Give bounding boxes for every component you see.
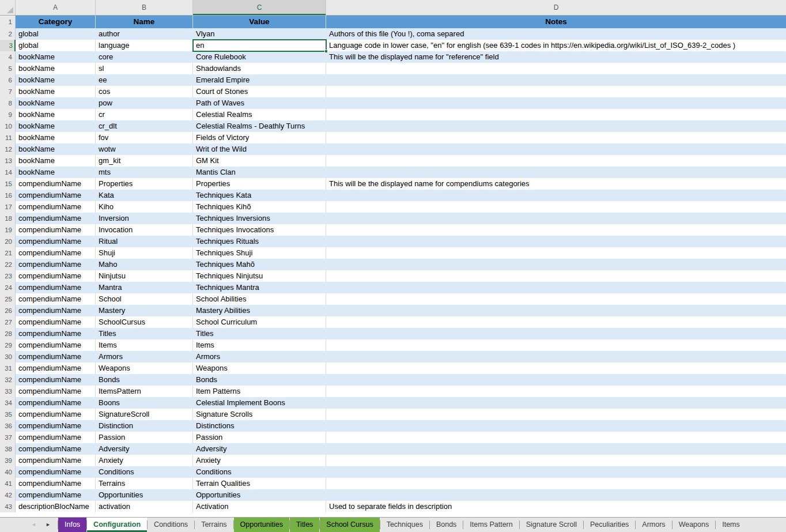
row-header-33[interactable]: 33 bbox=[0, 386, 16, 397]
row-header-9[interactable]: 9 bbox=[0, 109, 16, 120]
cell-B20[interactable]: Ritual bbox=[96, 236, 193, 247]
cell-A29[interactable]: compendiumName bbox=[16, 339, 96, 351]
cell-B18[interactable]: Inversion bbox=[96, 213, 193, 224]
cell-D14[interactable] bbox=[326, 167, 786, 178]
cell-A21[interactable]: compendiumName bbox=[16, 247, 96, 259]
cell-B31[interactable]: Weapons bbox=[96, 363, 193, 374]
cell-C25[interactable]: School Abilities bbox=[193, 293, 326, 305]
cell-C5[interactable]: Shadowlands bbox=[193, 63, 326, 74]
cell-D30[interactable] bbox=[326, 351, 786, 363]
cell-A26[interactable]: compendiumName bbox=[16, 305, 96, 316]
row-header-28[interactable]: 28 bbox=[0, 328, 16, 339]
row-header-5[interactable]: 5 bbox=[0, 63, 16, 74]
cell-D11[interactable] bbox=[326, 132, 786, 144]
cell-C29[interactable]: Items bbox=[193, 339, 326, 351]
cell-A19[interactable]: compendiumName bbox=[16, 224, 96, 236]
row-header-39[interactable]: 39 bbox=[0, 455, 16, 466]
cell-A43[interactable]: descriptionBlocName bbox=[16, 501, 96, 512]
cell-B23[interactable]: Ninjutsu bbox=[96, 270, 193, 282]
cell-B39[interactable]: Anxiety bbox=[96, 455, 193, 466]
cell-C7[interactable]: Court of Stones bbox=[193, 86, 326, 97]
row-header-2[interactable]: 2 bbox=[0, 28, 16, 40]
cell-A37[interactable]: compendiumName bbox=[16, 432, 96, 443]
row-header-36[interactable]: 36 bbox=[0, 420, 16, 432]
cell-A30[interactable]: compendiumName bbox=[16, 351, 96, 363]
cell-A41[interactable]: compendiumName bbox=[16, 478, 96, 489]
cell-D36[interactable] bbox=[326, 420, 786, 432]
cell-B15[interactable]: Properties bbox=[96, 178, 193, 190]
cell-D20[interactable] bbox=[326, 236, 786, 247]
cell-C20[interactable]: Techniques Rituals bbox=[193, 236, 326, 247]
cell-D16[interactable] bbox=[326, 190, 786, 201]
cell-A23[interactable]: compendiumName bbox=[16, 270, 96, 282]
cell-A2[interactable]: global bbox=[16, 28, 96, 40]
cell-B17[interactable]: Kiho bbox=[96, 201, 193, 213]
cell-D24[interactable] bbox=[326, 282, 786, 293]
row-header-30[interactable]: 30 bbox=[0, 351, 16, 363]
cell-C9[interactable]: Celestial Realms bbox=[193, 109, 326, 120]
cell-B24[interactable]: Mantra bbox=[96, 282, 193, 293]
cell-D6[interactable] bbox=[326, 74, 786, 86]
cell-C43[interactable]: Activation bbox=[193, 501, 326, 512]
row-header-40[interactable]: 40 bbox=[0, 466, 16, 478]
cell-C13[interactable]: GM Kit bbox=[193, 155, 326, 167]
cell-A34[interactable]: compendiumName bbox=[16, 397, 96, 409]
cell-A4[interactable]: bookName bbox=[16, 51, 96, 63]
cell-D21[interactable] bbox=[326, 247, 786, 259]
cell-C2[interactable]: Vlyan bbox=[193, 28, 326, 40]
cell-C3[interactable]: en bbox=[193, 40, 326, 51]
cell-B1[interactable]: Name bbox=[96, 16, 193, 28]
cell-C24[interactable]: Techniques Mantra bbox=[193, 282, 326, 293]
cell-D12[interactable] bbox=[326, 144, 786, 155]
column-header-C[interactable]: C bbox=[193, 0, 326, 15]
row-header-17[interactable]: 17 bbox=[0, 201, 16, 213]
cell-D33[interactable] bbox=[326, 386, 786, 397]
cell-A16[interactable]: compendiumName bbox=[16, 190, 96, 201]
cell-B7[interactable]: cos bbox=[96, 86, 193, 97]
cell-D25[interactable] bbox=[326, 293, 786, 305]
row-header-10[interactable]: 10 bbox=[0, 120, 16, 132]
cell-A33[interactable]: compendiumName bbox=[16, 386, 96, 397]
cell-D38[interactable] bbox=[326, 443, 786, 455]
cell-C4[interactable]: Core Rulebook bbox=[193, 51, 326, 63]
cell-C41[interactable]: Terrain Qualities bbox=[193, 478, 326, 489]
cell-C21[interactable]: Techniques Shuji bbox=[193, 247, 326, 259]
cell-D42[interactable] bbox=[326, 489, 786, 501]
cell-A6[interactable]: bookName bbox=[16, 74, 96, 86]
cell-B32[interactable]: Bonds bbox=[96, 374, 193, 386]
row-header-12[interactable]: 12 bbox=[0, 144, 16, 155]
cell-B41[interactable]: Terrains bbox=[96, 478, 193, 489]
sheet-tab-items[interactable]: Items bbox=[716, 518, 746, 532]
row-header-35[interactable]: 35 bbox=[0, 409, 16, 420]
cell-C36[interactable]: Distinctions bbox=[193, 420, 326, 432]
cell-D13[interactable] bbox=[326, 155, 786, 167]
cell-C37[interactable]: Passion bbox=[193, 432, 326, 443]
cell-A38[interactable]: compendiumName bbox=[16, 443, 96, 455]
cell-B36[interactable]: Distinction bbox=[96, 420, 193, 432]
row-header-42[interactable]: 42 bbox=[0, 489, 16, 501]
row-header-16[interactable]: 16 bbox=[0, 190, 16, 201]
cell-A9[interactable]: bookName bbox=[16, 109, 96, 120]
cell-A3[interactable]: global bbox=[16, 40, 96, 51]
cell-B30[interactable]: Armors bbox=[96, 351, 193, 363]
cell-D29[interactable] bbox=[326, 339, 786, 351]
row-header-41[interactable]: 41 bbox=[0, 478, 16, 489]
cell-A1[interactable]: Category bbox=[16, 16, 96, 28]
row-header-25[interactable]: 25 bbox=[0, 293, 16, 305]
cell-B6[interactable]: ee bbox=[96, 74, 193, 86]
cell-C6[interactable]: Emerald Empire bbox=[193, 74, 326, 86]
cell-A42[interactable]: compendiumName bbox=[16, 489, 96, 501]
cell-A8[interactable]: bookName bbox=[16, 97, 96, 109]
row-header-8[interactable]: 8 bbox=[0, 97, 16, 109]
cell-C30[interactable]: Armors bbox=[193, 351, 326, 363]
cell-C33[interactable]: Item Patterns bbox=[193, 386, 326, 397]
cell-D17[interactable] bbox=[326, 201, 786, 213]
cell-C14[interactable]: Mantis Clan bbox=[193, 167, 326, 178]
cell-D9[interactable] bbox=[326, 109, 786, 120]
cell-C17[interactable]: Techniques Kihõ bbox=[193, 201, 326, 213]
cell-A11[interactable]: bookName bbox=[16, 132, 96, 144]
cell-C38[interactable]: Adversity bbox=[193, 443, 326, 455]
row-header-26[interactable]: 26 bbox=[0, 305, 16, 316]
cell-D8[interactable] bbox=[326, 97, 786, 109]
cell-B27[interactable]: SchoolCursus bbox=[96, 316, 193, 328]
